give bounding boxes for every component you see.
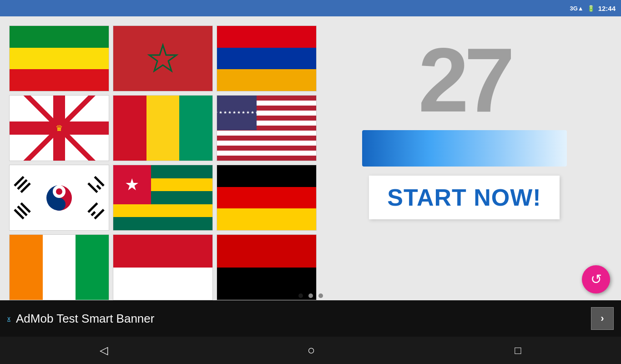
togo-star-icon: ★ [125,175,139,194]
dot-2[interactable] [308,293,313,298]
main-content: ✦ ♛ [0,16,621,300]
flag-grid: ✦ ♛ [9,25,317,291]
start-now-button[interactable]: START NOW! [369,176,559,219]
flag-ethiopia[interactable]: ✦ [9,25,109,91]
clock: 12:44 [598,5,616,12]
count-display: 27 [418,35,510,126]
flag-south-korea[interactable] [9,165,109,231]
flag-angola[interactable] [217,234,317,300]
admob-text: AdMob Test Smart Banner [16,312,586,326]
carousel-dots [298,293,323,298]
navigation-bar: ◁ ○ □ [0,337,621,364]
flag-ivory-coast[interactable] [9,234,109,300]
refresh-icon: ↺ [591,273,602,286]
back-button[interactable]: ◁ [91,340,117,360]
flag-morocco[interactable] [113,25,213,91]
gradient-bar [362,130,567,167]
crown-icon: ♛ [56,123,63,133]
home-button[interactable]: ○ [298,339,324,361]
flag-guinea[interactable] [113,95,213,161]
korea-taeguk-icon [43,182,75,214]
flag-germany[interactable] [217,165,317,231]
right-panel: 27 START NOW! [317,25,612,291]
dot-3[interactable] [318,293,323,298]
dot-1[interactable] [298,293,303,298]
admob-banner: x AdMob Test Smart Banner › [0,300,621,337]
flag-usa[interactable]: ★★★★★★★★★★★★★★★★★★★★★★★★★★★★★★★★★★★★★★★★… [217,95,317,161]
svg-marker-0 [149,45,177,71]
refresh-button[interactable]: ↺ [582,265,610,293]
recent-button[interactable]: □ [505,340,530,360]
svg-point-3 [56,201,62,207]
flag-armenia[interactable] [217,25,317,91]
start-now-label: START NOW! [387,184,541,211]
flag-northern-ireland[interactable]: ♛ [9,95,109,161]
admob-close-button[interactable]: x [7,315,10,322]
morocco-star-icon [147,43,179,75]
status-bar: 3G▲ 🔋 12:44 [0,0,621,16]
signal-icon: 3G▲ [570,5,583,12]
flag-indonesia[interactable] [113,234,213,300]
battery-icon: 🔋 [587,5,595,12]
admob-arrow-button[interactable]: › [591,307,614,330]
svg-point-2 [56,188,62,195]
flag-togo[interactable]: ★ [113,165,213,231]
